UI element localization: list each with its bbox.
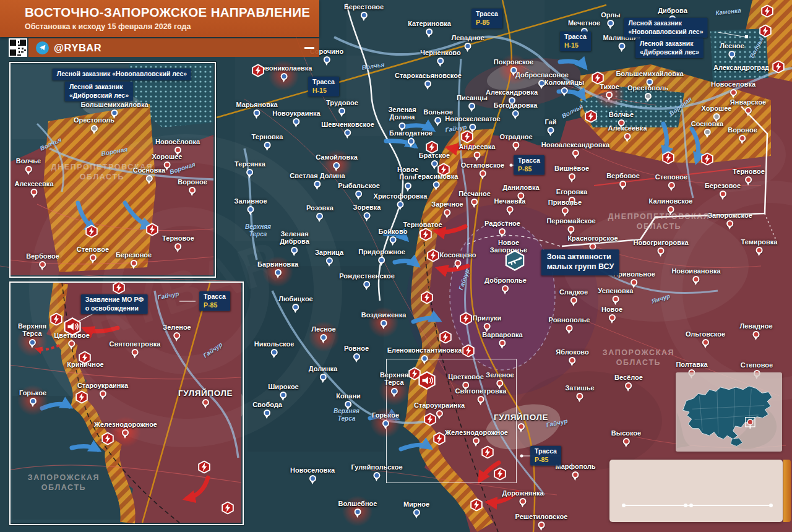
callout-line: Трасса [204,293,226,301]
map-pin-icon [320,334,327,341]
callout-line: «Новопавловский лес» [628,28,703,36]
town-name: Высокое [611,429,641,437]
map-pin-icon [173,332,180,339]
town-label: Вишнёвое [554,165,589,180]
town-label: Александроград [713,64,769,71]
town-label: Заречное [431,200,463,216]
callout-line: Трасса [476,10,498,19]
town-label: Зеленая Долина [388,106,416,129]
map-pin-icon [111,109,118,116]
rybar-handle[interactable]: @RYBAR [54,43,101,53]
map-pin-icon [561,207,568,214]
map-pin-icon [473,437,480,444]
map-pin-icon [28,339,35,346]
town-label: Цветковое [448,373,484,388]
town-name: Мечетное [568,19,600,27]
town-label: Воздвиженка [361,311,407,327]
town-label: Новое Поле [397,166,418,189]
town-label: Левадное [739,322,772,338]
town-label: Степовое [655,173,687,189]
town-label: Вербовое [26,252,59,268]
map-pin-icon [189,187,196,194]
map-pin-icon [309,475,316,482]
clash-icon [592,72,605,87]
town-label: Катериновка [408,20,451,35]
map-pin-icon [538,521,545,528]
town-name: Придорожное [358,248,405,255]
clash-icon [662,152,675,167]
clash-icon [85,225,98,241]
callout-line: Трасса [312,78,335,87]
town-label: Никольское [254,340,295,356]
page-subtitle: Обстановка к исходу 15 февраля 2026 года [25,22,319,33]
town-name: Гай [545,118,557,126]
town-label: Мирное [403,500,429,516]
strike-glow [320,148,353,181]
town-name: Доброполье [484,277,527,284]
map-pin-icon [730,89,736,96]
clash-icon [494,468,507,483]
strike-glow [15,325,49,358]
map-pin-icon [496,380,503,387]
map-pin-icon [631,279,638,286]
town-label: Заливное [234,197,267,213]
map-pin-icon [657,247,664,254]
map-pin-icon [292,304,299,311]
town-name: Ровное [344,345,369,352]
town-label: Герасимовка [415,173,458,188]
callout-line: Р-85 [535,456,557,465]
town-name: Александроград [713,64,769,71]
town-label: Алексеевка [14,180,53,195]
river-label: Вороная [169,161,196,176]
map-pin-icon [719,191,726,197]
map-pin-icon [518,192,525,199]
town-name: Рыбальское [338,182,380,189]
map-pin-icon [512,110,519,117]
map-pin-icon [510,67,517,74]
map-pin-icon [728,51,735,58]
town-name: Розовка [306,204,334,212]
town-name: Терновка [252,133,283,140]
town-name: Терновое [162,234,194,242]
town-label: Вороное [728,126,757,142]
town-label: Долинка [309,365,337,380]
town-label: Зарница [315,249,343,264]
road-callout: ТрассаР-85 [514,155,544,175]
map-pin-icon [618,119,625,126]
town-label: Богодаровка [494,101,538,117]
map-pin-icon [326,257,333,264]
region-label: ДНЕПРОПЕТРОВСКАЯ ОБЛАСТЬ [608,212,710,232]
map-pin-icon [275,269,282,276]
legend-accent-bar [783,460,791,522]
map-pin-icon [626,382,632,389]
town-name: Благодатное [389,129,433,137]
town-name: Покровское [494,58,533,66]
river-label: Каменка [715,7,741,17]
town-name: Гуляйпольское [351,463,402,471]
town-label: Горькое [19,389,46,405]
map-pin-icon [174,243,181,250]
map-pin-icon [693,276,700,283]
loudspeaker-icon [63,317,82,338]
town-name: Зеленое [163,324,191,331]
town-label: Косовцево [439,251,476,267]
minimap-location-pin [747,419,753,425]
callout-line: Трасса [518,157,540,165]
clash-icon [481,446,494,461]
callout-line: Трасса [564,33,587,41]
town-name: Верхняя Терса [380,371,408,387]
river-label: Янчур [651,293,671,305]
town-name: Большемихайловка [616,70,683,77]
town-name: Копани [336,392,361,400]
clash-icon [79,351,92,367]
strip-dash [304,47,314,49]
town-name: Свобода [252,401,282,408]
town-name: Терноватое [403,221,442,228]
river-label: Вороная [101,146,128,158]
town-label: ГУЛЯЙПОЛЕ [178,388,233,406]
town-name: Красногорское [567,234,618,242]
town-label: Марфополь [555,463,595,478]
town-name: Орестополь [627,84,668,92]
map-pin-icon [30,398,37,405]
map-pin-icon [538,80,545,87]
